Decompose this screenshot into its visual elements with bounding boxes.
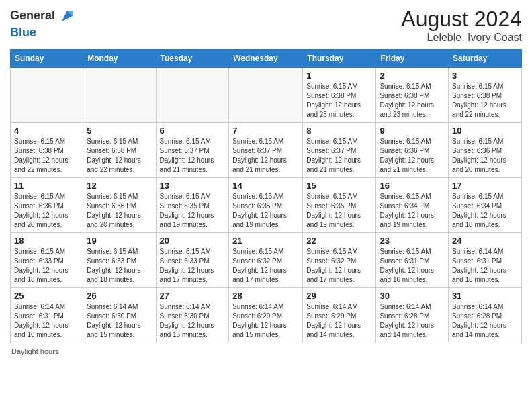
day-number: 10: [452, 126, 518, 136]
day-info: Sunrise: 6:14 AM Sunset: 6:30 PM Dayligh…: [87, 302, 152, 340]
table-row: 26Sunrise: 6:14 AM Sunset: 6:30 PM Dayli…: [83, 288, 156, 343]
day-number: 9: [380, 126, 445, 136]
day-number: 2: [380, 71, 445, 81]
day-info: Sunrise: 6:15 AM Sunset: 6:36 PM Dayligh…: [14, 192, 79, 230]
table-row: 28Sunrise: 6:14 AM Sunset: 6:29 PM Dayli…: [229, 288, 303, 343]
calendar-week-row: 25Sunrise: 6:14 AM Sunset: 6:31 PM Dayli…: [11, 288, 522, 343]
calendar-week-row: 18Sunrise: 6:15 AM Sunset: 6:33 PM Dayli…: [11, 233, 522, 288]
col-wednesday: Wednesday: [229, 50, 303, 68]
day-info: Sunrise: 6:15 AM Sunset: 6:32 PM Dayligh…: [232, 247, 299, 285]
day-number: 4: [14, 126, 79, 136]
day-number: 20: [160, 236, 226, 246]
col-saturday: Saturday: [449, 50, 522, 68]
day-info: Sunrise: 6:15 AM Sunset: 6:35 PM Dayligh…: [306, 192, 372, 230]
calendar-body: 1Sunrise: 6:15 AM Sunset: 6:38 PM Daylig…: [11, 68, 522, 343]
calendar-table: Sunday Monday Tuesday Wednesday Thursday…: [10, 49, 522, 343]
table-row: 19Sunrise: 6:15 AM Sunset: 6:33 PM Dayli…: [83, 233, 156, 288]
day-number: 27: [160, 291, 226, 301]
table-row: 1Sunrise: 6:15 AM Sunset: 6:38 PM Daylig…: [303, 68, 376, 123]
day-info: Sunrise: 6:15 AM Sunset: 6:36 PM Dayligh…: [380, 137, 445, 175]
table-row: 13Sunrise: 6:15 AM Sunset: 6:35 PM Dayli…: [156, 178, 229, 233]
day-number: 11: [14, 181, 79, 191]
day-info: Sunrise: 6:15 AM Sunset: 6:35 PM Dayligh…: [160, 192, 226, 230]
table-row: 4Sunrise: 6:15 AM Sunset: 6:38 PM Daylig…: [11, 123, 83, 178]
table-row: 10Sunrise: 6:15 AM Sunset: 6:36 PM Dayli…: [449, 123, 522, 178]
day-number: 29: [306, 291, 372, 301]
table-row: 22Sunrise: 6:15 AM Sunset: 6:32 PM Dayli…: [303, 233, 376, 288]
table-row: 5Sunrise: 6:15 AM Sunset: 6:38 PM Daylig…: [83, 123, 156, 178]
day-info: Sunrise: 6:15 AM Sunset: 6:38 PM Dayligh…: [380, 82, 445, 120]
day-number: 13: [160, 181, 226, 191]
table-row: [11, 68, 83, 123]
day-info: Sunrise: 6:15 AM Sunset: 6:38 PM Dayligh…: [306, 82, 372, 120]
day-info: Sunrise: 6:15 AM Sunset: 6:37 PM Dayligh…: [160, 137, 226, 175]
day-number: 12: [87, 181, 152, 191]
calendar-week-row: 1Sunrise: 6:15 AM Sunset: 6:38 PM Daylig…: [11, 68, 522, 123]
day-number: 14: [232, 181, 299, 191]
table-row: 31Sunrise: 6:14 AM Sunset: 6:28 PM Dayli…: [449, 288, 522, 343]
calendar-header-row: Sunday Monday Tuesday Wednesday Thursday…: [11, 50, 522, 68]
table-row: 29Sunrise: 6:14 AM Sunset: 6:29 PM Dayli…: [303, 288, 376, 343]
day-info: Sunrise: 6:15 AM Sunset: 6:33 PM Dayligh…: [160, 247, 226, 285]
day-number: 3: [452, 71, 518, 81]
col-friday: Friday: [376, 50, 449, 68]
day-number: 22: [306, 236, 372, 246]
day-number: 24: [452, 236, 518, 246]
col-tuesday: Tuesday: [156, 50, 229, 68]
day-info: Sunrise: 6:15 AM Sunset: 6:34 PM Dayligh…: [452, 192, 518, 230]
day-number: 19: [87, 236, 152, 246]
table-row: 7Sunrise: 6:15 AM Sunset: 6:37 PM Daylig…: [229, 123, 303, 178]
calendar-week-row: 4Sunrise: 6:15 AM Sunset: 6:38 PM Daylig…: [11, 123, 522, 178]
table-row: 23Sunrise: 6:15 AM Sunset: 6:31 PM Dayli…: [376, 233, 449, 288]
day-number: 23: [380, 236, 445, 246]
day-info: Sunrise: 6:15 AM Sunset: 6:38 PM Dayligh…: [14, 137, 79, 175]
day-number: 30: [380, 291, 445, 301]
table-row: 25Sunrise: 6:14 AM Sunset: 6:31 PM Dayli…: [11, 288, 83, 343]
day-info: Sunrise: 6:15 AM Sunset: 6:32 PM Dayligh…: [306, 247, 372, 285]
logo: General Blue: [10, 7, 77, 40]
table-row: 17Sunrise: 6:15 AM Sunset: 6:34 PM Dayli…: [449, 178, 522, 233]
day-info: Sunrise: 6:15 AM Sunset: 6:37 PM Dayligh…: [306, 137, 372, 175]
day-info: Sunrise: 6:14 AM Sunset: 6:29 PM Dayligh…: [306, 302, 372, 340]
day-number: 31: [452, 291, 518, 301]
day-info: Sunrise: 6:14 AM Sunset: 6:29 PM Dayligh…: [232, 302, 299, 340]
location-subtitle: Leleble, Ivory Coast: [401, 32, 522, 44]
col-thursday: Thursday: [303, 50, 376, 68]
day-number: 6: [160, 126, 226, 136]
table-row: 14Sunrise: 6:15 AM Sunset: 6:35 PM Dayli…: [229, 178, 303, 233]
day-number: 25: [14, 291, 79, 301]
day-info: Sunrise: 6:14 AM Sunset: 6:28 PM Dayligh…: [380, 302, 445, 340]
table-row: [156, 68, 229, 123]
title-block: August 2024 Leleble, Ivory Coast: [401, 7, 522, 44]
day-number: 17: [452, 181, 518, 191]
table-row: 24Sunrise: 6:14 AM Sunset: 6:31 PM Dayli…: [449, 233, 522, 288]
table-row: 30Sunrise: 6:14 AM Sunset: 6:28 PM Dayli…: [376, 288, 449, 343]
page-container: General Blue August 2024 Leleble, Ivory …: [0, 0, 532, 362]
table-row: 6Sunrise: 6:15 AM Sunset: 6:37 PM Daylig…: [156, 123, 229, 178]
table-row: 27Sunrise: 6:14 AM Sunset: 6:30 PM Dayli…: [156, 288, 229, 343]
day-number: 21: [232, 236, 299, 246]
day-number: 26: [87, 291, 152, 301]
table-row: [83, 68, 156, 123]
table-row: 3Sunrise: 6:15 AM Sunset: 6:38 PM Daylig…: [449, 68, 522, 123]
day-info: Sunrise: 6:14 AM Sunset: 6:31 PM Dayligh…: [452, 247, 518, 285]
table-row: 2Sunrise: 6:15 AM Sunset: 6:38 PM Daylig…: [376, 68, 449, 123]
table-row: 8Sunrise: 6:15 AM Sunset: 6:37 PM Daylig…: [303, 123, 376, 178]
day-info: Sunrise: 6:15 AM Sunset: 6:31 PM Dayligh…: [380, 247, 445, 285]
logo-blue-text: Blue: [10, 26, 36, 39]
col-sunday: Sunday: [11, 50, 83, 68]
day-info: Sunrise: 6:14 AM Sunset: 6:31 PM Dayligh…: [14, 302, 79, 340]
table-row: 16Sunrise: 6:15 AM Sunset: 6:34 PM Dayli…: [376, 178, 449, 233]
table-row: 20Sunrise: 6:15 AM Sunset: 6:33 PM Dayli…: [156, 233, 229, 288]
table-row: 15Sunrise: 6:15 AM Sunset: 6:35 PM Dayli…: [303, 178, 376, 233]
day-info: Sunrise: 6:15 AM Sunset: 6:37 PM Dayligh…: [232, 137, 299, 175]
month-year-title: August 2024: [401, 7, 522, 32]
day-info: Sunrise: 6:14 AM Sunset: 6:28 PM Dayligh…: [452, 302, 518, 340]
logo-icon: [58, 7, 77, 26]
day-info: Sunrise: 6:15 AM Sunset: 6:38 PM Dayligh…: [87, 137, 152, 175]
table-row: 12Sunrise: 6:15 AM Sunset: 6:36 PM Dayli…: [83, 178, 156, 233]
day-number: 5: [87, 126, 152, 136]
table-row: 18Sunrise: 6:15 AM Sunset: 6:33 PM Dayli…: [11, 233, 83, 288]
day-info: Sunrise: 6:15 AM Sunset: 6:33 PM Dayligh…: [14, 247, 79, 285]
table-row: 21Sunrise: 6:15 AM Sunset: 6:32 PM Dayli…: [229, 233, 303, 288]
